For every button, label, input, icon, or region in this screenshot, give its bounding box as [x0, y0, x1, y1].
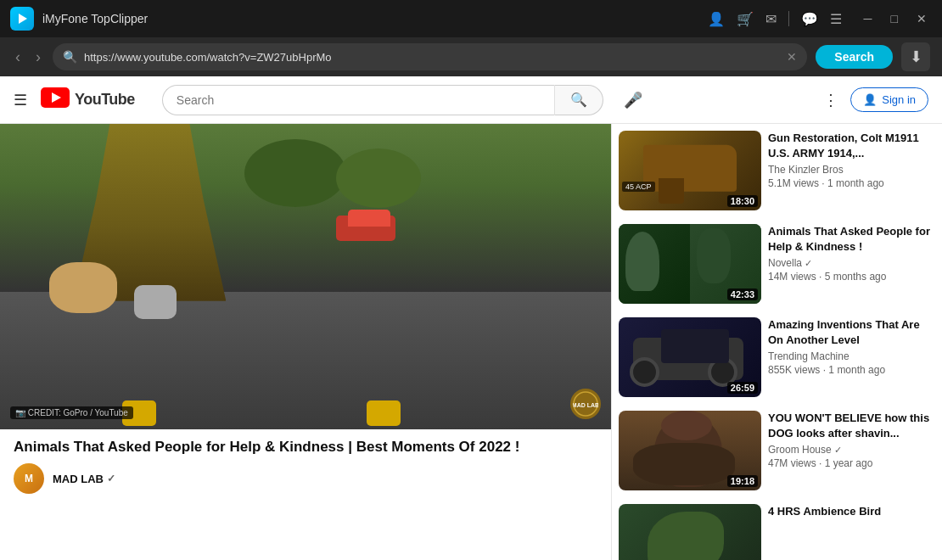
- related-info-4: YOU WON'T BELIEVE how this DOG looks aft…: [768, 411, 935, 490]
- titlebar-divider: [788, 11, 789, 26]
- related-channel-4: Groom House ✓: [768, 444, 935, 456]
- back-button[interactable]: ‹: [12, 47, 24, 68]
- youtube-area: ☰ YouTube 🔍 🎤 ⋮ 👤 Sign in: [0, 76, 942, 560]
- youtube-logo[interactable]: YouTube: [41, 87, 135, 114]
- clear-url-button[interactable]: ✕: [787, 50, 797, 64]
- cart-icon[interactable]: 🛒: [737, 11, 754, 27]
- related-title-3: Amazing Inventions That Are On Another L…: [768, 317, 935, 347]
- thumbnail-4: 19:18: [619, 411, 761, 490]
- download-arrow-icon: ⬇: [910, 48, 922, 66]
- sign-in-button[interactable]: 👤 Sign in: [850, 87, 928, 112]
- related-info-5: 4 HRS Ambience Bird: [768, 504, 935, 560]
- related-title-5: 4 HRS Ambience Bird: [768, 504, 935, 519]
- channel-avatar[interactable]: M: [14, 463, 44, 494]
- video-background: [0, 124, 611, 429]
- youtube-search-input[interactable]: [162, 85, 554, 115]
- related-channel-1: The Kinzler Bros: [768, 164, 935, 176]
- youtube-header-right: ⋮ 👤 Sign in: [823, 87, 928, 112]
- more-options-button[interactable]: ⋮: [823, 91, 838, 109]
- thumb-duration-1: 18:30: [727, 195, 758, 207]
- url-bar[interactable]: 🔍 ✕: [53, 43, 807, 70]
- user-circle-icon: 👤: [863, 93, 877, 106]
- download-icon-button[interactable]: ⬇: [901, 42, 930, 71]
- video-player[interactable]: 📷 CREDIT: GoPro / YouTube MAD LAB: [0, 124, 611, 429]
- user-icon[interactable]: 👤: [708, 11, 725, 27]
- related-meta-4: 47M views · 1 year ago: [768, 457, 935, 469]
- hamburger-menu-button[interactable]: ☰: [14, 91, 27, 109]
- minimize-button[interactable]: ─: [859, 10, 878, 27]
- titlebar-icons: 👤 🛒 ✉ 💬 ☰: [708, 11, 842, 27]
- svg-text:MAD LAB: MAD LAB: [573, 402, 598, 408]
- sidebar-related: 45 ACP 18:30 Gun Restoration, Colt M1911…: [611, 124, 942, 560]
- forward-button[interactable]: ›: [32, 47, 44, 68]
- mail-icon[interactable]: ✉: [765, 11, 777, 27]
- youtube-search-button[interactable]: 🔍: [554, 85, 603, 115]
- related-item[interactable]: 3:14 4 HRS Ambience Bird: [612, 497, 942, 560]
- titlebar: iMyFone TopClipper 👤 🛒 ✉ 💬 ☰ ─ □ ✕: [0, 0, 942, 37]
- sign-in-label: Sign in: [882, 93, 916, 106]
- youtube-search-bar[interactable]: 🔍: [162, 85, 603, 115]
- related-info-1: Gun Restoration, Colt M1911 U.S. ARMY 19…: [768, 131, 935, 210]
- window-controls: ─ □ ✕: [859, 10, 932, 27]
- thumb-label-1: 45 ACP: [622, 182, 655, 192]
- related-channel-3: Trending Machine: [768, 350, 935, 362]
- related-item[interactable]: 26:59 Amazing Inventions That Are On Ano…: [612, 311, 942, 404]
- related-meta-2: 14M views · 5 months ago: [768, 271, 935, 283]
- related-title-4: YOU WON'T BELIEVE how this DOG looks aft…: [768, 411, 935, 440]
- youtube-logo-text: YouTube: [75, 91, 135, 109]
- svg-marker-0: [19, 14, 27, 24]
- thumbnail-2: 42:33: [619, 224, 761, 304]
- verified-icon-4: ✓: [834, 445, 842, 455]
- related-title-2: Animals That Asked People for Help & Kin…: [768, 224, 935, 254]
- credit-badge: 📷 CREDIT: GoPro / YouTube: [10, 406, 133, 419]
- verified-icon: ✓: [107, 473, 115, 484]
- related-info-3: Amazing Inventions That Are On Another L…: [768, 317, 935, 397]
- related-title-1: Gun Restoration, Colt M1911 U.S. ARMY 19…: [768, 131, 935, 160]
- video-title: Animals That Asked People for Help & Kin…: [0, 429, 611, 456]
- thumbnail-1: 45 ACP 18:30: [619, 131, 761, 210]
- thumb-duration-4: 19:18: [727, 475, 758, 487]
- search-icon: 🔍: [63, 50, 77, 64]
- youtube-main: 📷 CREDIT: GoPro / YouTube MAD LAB Animal…: [0, 124, 942, 560]
- chat-icon[interactable]: 💬: [801, 11, 818, 27]
- thumbnail-3: 26:59: [619, 317, 761, 397]
- related-info-2: Animals That Asked People for Help & Kin…: [768, 224, 935, 304]
- verified-icon-2: ✓: [805, 258, 812, 268]
- thumb-duration-3: 26:59: [727, 382, 758, 394]
- menu-icon[interactable]: ☰: [830, 11, 842, 27]
- app-logo-icon: [10, 7, 34, 31]
- video-section: 📷 CREDIT: GoPro / YouTube MAD LAB Animal…: [0, 124, 611, 560]
- close-button[interactable]: ✕: [911, 10, 932, 27]
- youtube-header: ☰ YouTube 🔍 🎤 ⋮ 👤 Sign in: [0, 76, 942, 124]
- related-item[interactable]: 45 ACP 18:30 Gun Restoration, Colt M1911…: [612, 124, 942, 217]
- channel-name[interactable]: MAD LAB: [53, 473, 104, 485]
- related-item[interactable]: 42:33 Animals That Asked People for Help…: [612, 217, 942, 311]
- related-item[interactable]: 19:18 YOU WON'T BELIEVE how this DOG loo…: [612, 404, 942, 497]
- thumb-duration-2: 42:33: [727, 288, 758, 300]
- related-meta-3: 855K views · 1 month ago: [768, 364, 935, 376]
- microphone-button[interactable]: 🎤: [624, 91, 642, 109]
- related-meta-1: 5.1M views · 1 month ago: [768, 177, 935, 189]
- youtube-logo-icon: [41, 87, 70, 114]
- related-channel-2: Novella ✓: [768, 257, 935, 269]
- maximize-button[interactable]: □: [886, 10, 903, 27]
- search-button[interactable]: Search: [816, 45, 893, 69]
- channel-watermark: MAD LAB: [570, 389, 601, 419]
- addressbar: ‹ › 🔍 ✕ Search ⬇: [0, 37, 942, 76]
- thumbnail-5: 3:14: [619, 504, 761, 560]
- url-input[interactable]: [84, 51, 780, 64]
- search-icon: 🔍: [570, 92, 587, 107]
- video-channel-row: M MAD LAB ✓: [0, 456, 611, 501]
- app-title: iMyFone TopClipper: [42, 12, 699, 25]
